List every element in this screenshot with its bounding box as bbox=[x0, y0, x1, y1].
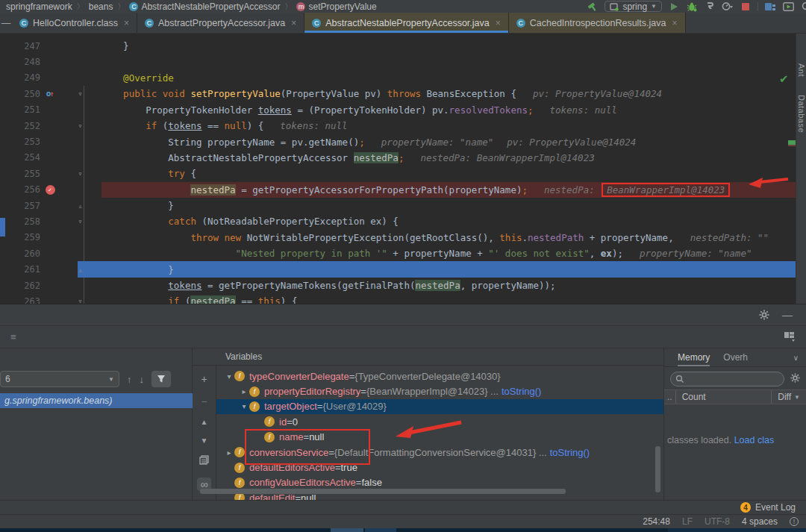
tree-expander-icon[interactable]: ▸ bbox=[224, 448, 234, 457]
debug-button[interactable] bbox=[686, 1, 698, 13]
build-hammer-icon[interactable] bbox=[587, 1, 599, 13]
view-options-icon[interactable]: ≡ bbox=[10, 331, 16, 342]
column-count[interactable]: Count bbox=[676, 392, 712, 402]
add-watch-icon[interactable]: + bbox=[201, 373, 207, 385]
line-number[interactable]: 256 bbox=[10, 184, 40, 195]
breadcrumb-item[interactable]: msetPropertyValue bbox=[296, 1, 376, 12]
override-marker-icon[interactable]: o↑ bbox=[40, 89, 60, 98]
equals-sign: = bbox=[317, 401, 323, 412]
variable-row[interactable]: ▾ftargetObject = {User@14029} bbox=[216, 399, 663, 414]
line-number[interactable]: 255 bbox=[10, 169, 40, 179]
line-ending[interactable]: LF bbox=[682, 516, 693, 527]
run-button[interactable] bbox=[668, 1, 680, 13]
editor-tab[interactable]: CHelloController.class× bbox=[12, 13, 137, 33]
line-number[interactable]: 261 bbox=[10, 264, 40, 275]
line-number[interactable]: 259 bbox=[10, 232, 40, 242]
line-number[interactable]: 252 bbox=[10, 121, 40, 131]
fold-toggle-icon[interactable]: ▿ bbox=[60, 217, 101, 225]
minimize-icon[interactable]: — bbox=[782, 309, 793, 321]
remove-watch-icon[interactable]: − bbox=[201, 395, 207, 407]
editor-tab[interactable]: CCachedIntrospectionResults.java× bbox=[509, 13, 686, 33]
tab-overhead[interactable]: Overh bbox=[723, 352, 748, 363]
frame-up-icon[interactable]: ↑ bbox=[127, 374, 132, 385]
line-number[interactable]: 248 bbox=[10, 57, 40, 67]
tool-tab-ant[interactable]: Ant bbox=[797, 63, 806, 77]
chevron-down-icon[interactable]: ∨ bbox=[793, 354, 799, 362]
close-icon[interactable]: × bbox=[672, 18, 678, 28]
line-number[interactable]: 260 bbox=[10, 248, 40, 259]
code-line: 249 @Override bbox=[0, 70, 806, 86]
fold-toggle-icon[interactable]: ▿ bbox=[60, 122, 101, 130]
notifications-icon[interactable]: ! bbox=[790, 517, 799, 526]
override-marker-icon[interactable]: o↑ bbox=[46, 89, 54, 98]
tool-tab-database[interactable]: Database bbox=[797, 95, 806, 133]
move-down-icon[interactable]: ▼ bbox=[201, 436, 208, 445]
fold-toggle-icon[interactable]: ▵ bbox=[60, 266, 101, 274]
code-text: String propertyName = pv.getName(); bbox=[101, 137, 365, 148]
line-number[interactable]: 251 bbox=[10, 104, 40, 115]
breadcrumb-item[interactable]: beans bbox=[89, 1, 113, 12]
profiler-button[interactable] bbox=[722, 1, 734, 13]
tostring-link[interactable]: toString() bbox=[550, 447, 590, 458]
run-config-select[interactable]: spring ▼ bbox=[604, 1, 662, 12]
breadcrumb-item[interactable]: springframework bbox=[6, 1, 72, 12]
fold-toggle-icon[interactable]: ▿ bbox=[60, 297, 101, 304]
line-number[interactable]: 254 bbox=[10, 152, 40, 163]
column-diff[interactable]: Diff bbox=[772, 392, 794, 402]
breakpoint-icon[interactable]: ✓ bbox=[46, 185, 55, 195]
tree-expander-icon[interactable]: ▾ bbox=[239, 402, 249, 410]
line-number[interactable]: 258 bbox=[10, 216, 40, 227]
move-up-icon[interactable]: ▲ bbox=[201, 418, 208, 426]
line-number[interactable]: 263 bbox=[10, 296, 40, 304]
line-number[interactable]: 247 bbox=[10, 41, 40, 51]
fold-toggle-icon[interactable]: ▵ bbox=[60, 201, 101, 210]
stop-button[interactable] bbox=[740, 1, 752, 13]
file-encoding[interactable]: UTF-8 bbox=[705, 516, 730, 527]
memory-settings-gear-icon[interactable] bbox=[790, 373, 800, 385]
memory-search-input[interactable] bbox=[670, 372, 784, 387]
tree-expander-icon[interactable]: ▸ bbox=[239, 387, 249, 395]
run-anything-icon[interactable] bbox=[782, 1, 794, 13]
line-number[interactable]: 257 bbox=[10, 201, 40, 211]
close-icon[interactable]: × bbox=[496, 18, 501, 28]
fold-toggle-icon[interactable]: ▿ bbox=[60, 90, 101, 98]
column-class[interactable]: .. bbox=[664, 392, 675, 402]
close-icon[interactable]: × bbox=[124, 18, 129, 28]
variable-row[interactable]: ▸fpropertyEditorRegistry = {BeanWrapperI… bbox=[216, 384, 663, 398]
line-number[interactable]: 250 bbox=[10, 89, 40, 99]
line-number[interactable]: 253 bbox=[10, 137, 40, 147]
event-log-button[interactable]: Event Log bbox=[755, 502, 796, 513]
restore-layout-icon[interactable] bbox=[784, 332, 796, 342]
project-structure-icon[interactable] bbox=[764, 1, 776, 13]
search-everywhere-icon[interactable] bbox=[800, 1, 806, 13]
coverage-button[interactable] bbox=[704, 1, 716, 13]
hide-frames-filter-icon[interactable] bbox=[151, 371, 171, 387]
stack-frame-item[interactable]: g.springframework.beans) bbox=[0, 393, 193, 408]
duplicate-icon[interactable] bbox=[199, 455, 209, 467]
caret-position[interactable]: 254:48 bbox=[643, 516, 670, 527]
tab-memory[interactable]: Memory bbox=[678, 352, 710, 363]
thread-select[interactable]: 6 ▼ bbox=[0, 371, 119, 387]
breadcrumb-item[interactable]: CAbstractNestablePropertyAccessor bbox=[129, 1, 280, 12]
editor-tab[interactable]: CAbstractNestablePropertyAccessor.java× bbox=[304, 13, 509, 33]
breakpoint-icon[interactable]: ✓ bbox=[40, 185, 60, 195]
load-classes-link[interactable]: Load clas bbox=[734, 435, 775, 445]
ide-window: springframework〉beans〉CAbstractNestableP… bbox=[0, 0, 806, 532]
variables-horizontal-scrollbar[interactable] bbox=[200, 489, 566, 494]
frame-down-icon[interactable]: ↓ bbox=[140, 374, 145, 385]
variable-value: {TypeConverterDelegate@14030} bbox=[354, 371, 500, 382]
tab-bar-collapse-icon[interactable]: — bbox=[0, 13, 12, 33]
editor-tab[interactable]: CAbstractPropertyAccessor.java× bbox=[137, 13, 304, 33]
line-number[interactable]: 249 bbox=[10, 72, 40, 83]
tostring-link[interactable]: toString() bbox=[502, 386, 541, 397]
tree-expander-icon[interactable]: ▾ bbox=[224, 372, 234, 381]
indent-setting[interactable]: 4 spaces bbox=[742, 516, 778, 527]
fold-toggle-icon[interactable]: ▿ bbox=[60, 169, 101, 178]
debugger-inline-hint: nestedPa: bbox=[544, 184, 600, 195]
code-editor[interactable]: 247 }248249 @Override250o↑▿ public void … bbox=[0, 34, 806, 304]
variable-row[interactable]: ▾ftypeConverterDelegate = {TypeConverter… bbox=[216, 369, 663, 384]
line-number[interactable]: 262 bbox=[10, 281, 40, 291]
variables-vertical-scrollbar[interactable] bbox=[655, 446, 660, 492]
close-icon[interactable]: × bbox=[291, 18, 296, 28]
settings-gear-icon[interactable] bbox=[758, 309, 770, 321]
